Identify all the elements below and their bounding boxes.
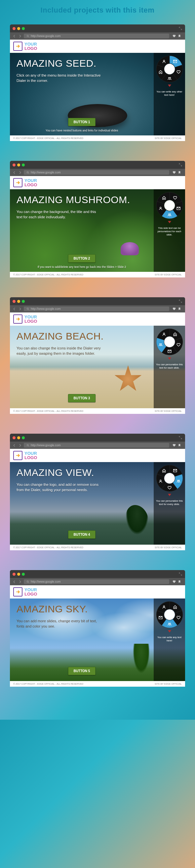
credits-text: SITE BY EDGE OFFICIAL xyxy=(155,410,182,412)
forward-icon[interactable] xyxy=(18,443,22,447)
slide-button[interactable]: BUTTON 3 xyxy=(68,394,96,402)
favorite-icon[interactable] xyxy=(172,307,176,310)
url-input[interactable]: http://www.google.com xyxy=(24,443,169,447)
credits-text: SITE BY EDGE OFFICIAL xyxy=(155,137,182,140)
chevron-down-icon[interactable] xyxy=(168,221,171,223)
interactive-dialer[interactable] xyxy=(156,56,183,83)
slide-button[interactable]: BUTTON 4 xyxy=(68,530,96,539)
slide-button[interactable]: BUTTON 5 xyxy=(68,667,96,675)
expand-icon[interactable] xyxy=(178,163,183,167)
favorite-icon[interactable] xyxy=(172,34,176,38)
expand-icon[interactable] xyxy=(178,572,183,576)
close-icon[interactable] xyxy=(12,163,16,166)
close-icon[interactable] xyxy=(12,300,16,303)
search-icon xyxy=(26,580,29,583)
favorite-icon[interactable] xyxy=(172,171,176,174)
maximize-icon[interactable] xyxy=(22,27,25,30)
svg-point-2 xyxy=(27,308,29,309)
side-panel: This side text can be personalized for e… xyxy=(154,189,185,272)
url-text: http://www.google.com xyxy=(31,307,61,310)
chevron-down-icon[interactable] xyxy=(168,358,171,360)
slide-title: AMAZING MUSHROOM. xyxy=(17,194,147,205)
slide-caption: If you want to add/delete any text here … xyxy=(38,265,126,269)
expand-icon[interactable] xyxy=(178,299,183,303)
address-bar: http://www.google.com xyxy=(10,442,185,449)
logo-icon[interactable] xyxy=(13,314,23,324)
minimize-icon[interactable] xyxy=(17,163,20,166)
bookmark-icon[interactable] xyxy=(178,443,181,447)
dialer-center[interactable] xyxy=(164,609,175,620)
minimize-icon[interactable] xyxy=(17,27,20,30)
interactive-dialer[interactable] xyxy=(156,465,183,492)
back-icon[interactable] xyxy=(12,580,16,584)
close-icon[interactable] xyxy=(12,573,16,576)
url-text: http://www.google.com xyxy=(31,443,61,447)
back-icon[interactable] xyxy=(12,307,16,311)
footer: © 2017 COPYRIGHT - EDGE OFFICIAL - ALL R… xyxy=(10,408,185,414)
minimize-icon[interactable] xyxy=(17,436,20,439)
url-input[interactable]: http://www.google.com xyxy=(24,170,169,175)
address-bar: http://www.google.com xyxy=(10,305,185,312)
url-input[interactable]: http://www.google.com xyxy=(24,307,169,311)
logo-text: YOUR LOGO xyxy=(24,315,37,323)
minimize-icon[interactable] xyxy=(17,573,20,576)
forward-icon[interactable] xyxy=(18,307,22,311)
maximize-icon[interactable] xyxy=(22,436,25,439)
expand-icon[interactable] xyxy=(178,436,183,440)
forward-icon[interactable] xyxy=(18,34,22,38)
dialer-center[interactable] xyxy=(164,337,175,347)
header: YOUR LOGO xyxy=(10,585,185,598)
copyright-text: © 2017 COPYRIGHT - EDGE OFFICIAL - ALL R… xyxy=(13,683,83,685)
address-bar: http://www.google.com xyxy=(10,169,185,176)
interactive-dialer[interactable] xyxy=(156,601,183,628)
slide-description: You can add more slides, change every bi… xyxy=(17,618,103,629)
url-input[interactable]: http://www.google.com xyxy=(24,34,169,38)
minimize-icon[interactable] xyxy=(17,300,20,303)
hero-slide: AMAZING SKY. You can add more slides, ch… xyxy=(10,598,185,681)
bookmark-icon[interactable] xyxy=(178,307,181,310)
logo-icon[interactable] xyxy=(13,42,23,51)
forward-icon[interactable] xyxy=(18,580,22,584)
bookmark-icon[interactable] xyxy=(178,580,181,583)
dialer-center[interactable] xyxy=(164,200,175,211)
slide-title: AMAZING BEACH. xyxy=(17,331,147,342)
chevron-down-icon[interactable] xyxy=(168,85,171,87)
svg-point-3 xyxy=(27,444,29,446)
side-text: You can write any text here! xyxy=(156,636,183,643)
favorite-icon[interactable] xyxy=(172,580,176,583)
slide-button[interactable]: BUTTON 1 xyxy=(68,118,96,126)
back-icon[interactable] xyxy=(12,171,16,175)
close-icon[interactable] xyxy=(12,27,16,30)
logo-icon[interactable] xyxy=(13,451,23,460)
dialer-center[interactable] xyxy=(164,473,175,484)
logo-text: YOUR LOGO xyxy=(24,451,37,460)
dialer-center[interactable] xyxy=(164,64,175,74)
slide-description: You can change the background, the title… xyxy=(17,209,103,220)
credits-text: SITE BY EDGE OFFICIAL xyxy=(155,683,182,685)
slide-button[interactable]: BUTTON 2 xyxy=(68,254,96,262)
chevron-down-icon[interactable] xyxy=(168,630,171,632)
forward-icon[interactable] xyxy=(18,171,22,175)
bookmark-icon[interactable] xyxy=(178,34,181,38)
maximize-icon[interactable] xyxy=(22,300,25,303)
bookmark-icon[interactable] xyxy=(178,171,181,174)
interactive-dialer[interactable] xyxy=(156,328,183,355)
maximize-icon[interactable] xyxy=(22,163,25,166)
chevron-down-icon[interactable] xyxy=(168,494,171,496)
back-icon[interactable] xyxy=(12,34,16,38)
interactive-dialer[interactable] xyxy=(156,192,183,219)
page-title: Included projects with this item xyxy=(0,0,195,25)
side-text: You can write any other text here! xyxy=(156,90,183,97)
logo-icon[interactable] xyxy=(13,587,23,596)
maximize-icon[interactable] xyxy=(22,573,25,576)
svg-point-4 xyxy=(27,581,29,582)
logo-icon[interactable] xyxy=(13,178,23,187)
favorite-icon[interactable] xyxy=(172,443,176,447)
back-icon[interactable] xyxy=(12,443,16,447)
expand-icon[interactable] xyxy=(178,26,183,30)
slide-description: You can change the logo, and add or remo… xyxy=(17,482,103,493)
showcase-2: http://www.google.com YOUR LOGO AMAZING … xyxy=(10,297,185,414)
url-input[interactable]: http://www.google.com xyxy=(24,579,169,584)
close-icon[interactable] xyxy=(12,436,16,439)
search-icon xyxy=(26,444,29,447)
